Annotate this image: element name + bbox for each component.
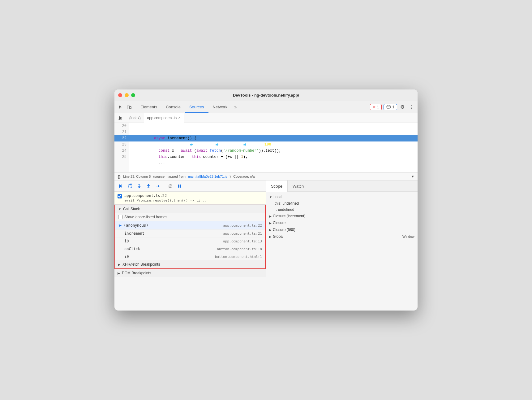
tab-console[interactable]: Console — [161, 101, 185, 113]
r-value: undefined — [278, 207, 294, 212]
source-tab-index[interactable]: (index) — [126, 113, 144, 123]
local-title: Local — [273, 195, 282, 199]
step-over-button[interactable] — [126, 182, 134, 190]
close-button[interactable] — [118, 93, 122, 97]
closure-group[interactable]: ▶ Closure — [266, 220, 418, 226]
bottom-panels: app.component.ts:22 await Promise.resolv… — [114, 180, 418, 311]
global-label: Global — [273, 234, 284, 239]
source-tabbar: (index) app.component.ts ✕ — [114, 113, 418, 123]
error-icon: ✕ — [373, 105, 376, 109]
code-editor[interactable]: 20 21 22 23 24 25 async increment() { aw… — [114, 123, 418, 172]
svg-marker-15 — [158, 185, 159, 187]
dom-triangle: ▶ — [118, 272, 120, 275]
format-icon[interactable]: {} — [118, 174, 121, 179]
svg-marker-12 — [148, 184, 149, 185]
frame-name-4: i0 — [124, 254, 215, 259]
tab-sources[interactable]: Sources — [185, 101, 208, 113]
ignore-frames-checkbox[interactable] — [118, 215, 122, 219]
status-dropdown[interactable]: ▼ — [411, 175, 414, 178]
tab-watch[interactable]: Watch — [288, 180, 309, 192]
scope-tabbar: Scope Watch — [266, 180, 418, 192]
xhr-title: XHR/fetch Breakpoints — [122, 262, 160, 267]
stack-frame-2[interactable]: i0 app.component.ts:13 — [115, 237, 265, 245]
close-tab-icon[interactable]: ✕ — [178, 116, 181, 120]
line-numbers: 20 21 22 23 24 25 — [114, 123, 129, 172]
chat-icon: 💬 — [386, 105, 391, 109]
closure-580-group[interactable]: ▶ Closure (580) — [266, 226, 418, 233]
panel-icon — [117, 115, 124, 121]
call-stack-container: ▼ Call Stack Show ignore-listed frames ➤… — [114, 205, 266, 269]
step-into-button[interactable] — [135, 182, 143, 190]
debugger-toolbar — [114, 180, 266, 192]
minimize-button[interactable] — [125, 93, 129, 97]
error-badge-button[interactable]: ✕ 1 — [370, 104, 382, 110]
frame-name-2: i0 — [124, 239, 223, 243]
more-options-icon[interactable]: ⋮ — [408, 103, 415, 111]
step-out-button[interactable] — [145, 182, 152, 190]
tab-scope[interactable]: Scope — [266, 180, 288, 192]
line-num-20: 20 — [114, 123, 129, 129]
stack-frame-1[interactable]: increment app.component.ts:21 — [115, 230, 265, 237]
svg-rect-0 — [127, 106, 130, 109]
tab-network[interactable]: Network — [208, 101, 232, 113]
device-icon[interactable] — [126, 104, 132, 111]
r-key: r: — [275, 207, 278, 212]
tab-elements[interactable]: Elements — [136, 101, 161, 113]
source-tab-component[interactable]: app.component.ts ✕ — [144, 113, 184, 123]
error-count: 1 — [377, 105, 379, 109]
breakpoint-section: app.component.ts:22 await Promise.resolv… — [114, 192, 266, 205]
toolbar-separator — [164, 183, 164, 189]
xhr-breakpoints-header[interactable]: ▶ XHR/fetch Breakpoints — [115, 261, 265, 268]
closure-580-label: Closure (580) — [273, 228, 295, 232]
stack-frame-3[interactable]: onClick button.component.ts:18 — [115, 245, 265, 253]
dom-breakpoints-header[interactable]: ▶ DOM Breakpoints — [114, 269, 266, 277]
closure-increment-group[interactable]: ▶ Closure (increment) — [266, 213, 418, 220]
stack-frame-4[interactable]: i0 button.component.html:1 — [115, 253, 265, 261]
xhr-triangle: ▶ — [118, 263, 121, 266]
this-key: this: — [275, 201, 282, 206]
ignore-frames-row: Show ignore-listed frames — [115, 213, 265, 221]
frame-loc-3: button.component.ts:18 — [217, 247, 262, 251]
call-stack-header[interactable]: ▼ Call Stack — [115, 205, 265, 213]
code-line-21: async increment() { — [129, 129, 418, 135]
this-value: undefined — [282, 201, 299, 206]
code-line-20 — [129, 123, 418, 129]
global-triangle: ▶ — [269, 235, 272, 238]
inspect-icon[interactable] — [117, 104, 124, 111]
source-map-link[interactable]: main.fa8bfa0e23f1eb71.js — [188, 175, 227, 178]
frame-name-1: increment — [124, 231, 223, 236]
code-lines: async increment() { await Promise.resolv… — [129, 123, 418, 172]
local-triangle: ▼ — [269, 195, 272, 199]
source-map-label: (source mapped from — [153, 175, 186, 178]
line-num-23: 23 — [114, 141, 129, 148]
line-num-25: 25 — [114, 154, 129, 160]
settings-icon[interactable]: ⚙ — [399, 103, 406, 111]
closure-increment-triangle: ▶ — [269, 215, 272, 218]
resume-button[interactable] — [117, 182, 124, 190]
pause-button[interactable] — [176, 182, 183, 190]
debugger-panel: app.component.ts:22 await Promise.resolv… — [114, 180, 266, 311]
svg-rect-1 — [130, 107, 131, 109]
breakpoint-item: app.component.ts:22 await Promise.resolv… — [118, 193, 263, 202]
active-frame-arrow: ➤ — [118, 223, 122, 228]
deactivate-button[interactable] — [167, 182, 174, 190]
stack-frame-0[interactable]: ➤ (anonymous) app.component.ts:22 — [115, 221, 265, 230]
line-num-21: 21 — [114, 129, 129, 135]
info-badge-button[interactable]: 💬 1 — [384, 104, 397, 110]
maximize-button[interactable] — [131, 93, 135, 97]
window-title: DevTools - ng-devtools.netlify.app/ — [233, 93, 299, 98]
frame-loc-1: app.component.ts:21 — [223, 232, 262, 236]
call-stack-title: Call Stack — [123, 207, 140, 211]
svg-rect-20 — [180, 185, 181, 188]
local-scope-header[interactable]: ▼ Local — [266, 193, 418, 200]
breakpoint-checkbox[interactable] — [118, 194, 122, 198]
step-button[interactable] — [154, 182, 161, 190]
breakpoint-title: app.component.ts:22 — [124, 193, 263, 198]
tab-more[interactable]: » — [232, 105, 239, 110]
breakpoint-code: await Promise.resolve().then(() => ti... — [124, 198, 263, 202]
global-group[interactable]: ▶ Global Window — [266, 233, 418, 240]
status-bar: {} Line 23, Column 5 (source mapped from… — [114, 172, 418, 180]
dom-title: DOM Breakpoints — [122, 271, 151, 275]
titlebar: DevTools - ng-devtools.netlify.app/ — [114, 89, 418, 101]
tabbar-right: ✕ 1 💬 1 ⚙ ⋮ — [370, 103, 415, 111]
